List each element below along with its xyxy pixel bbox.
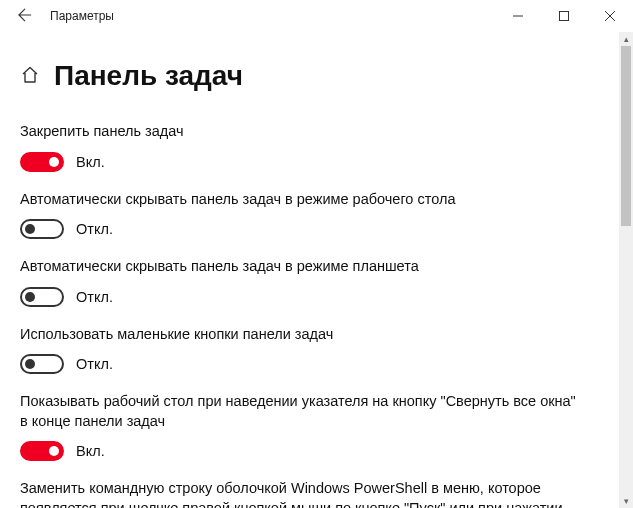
toggle-switch[interactable] — [20, 219, 64, 239]
toggle-state-label: Вкл. — [76, 443, 105, 459]
setting-label: Закрепить панель задач — [20, 122, 580, 142]
minimize-icon — [513, 11, 523, 21]
setting-item: Показывать рабочий стол при наведении ук… — [20, 392, 613, 461]
titlebar-left: Параметры — [10, 2, 114, 31]
maximize-icon — [559, 11, 569, 21]
toggle-row: Откл. — [20, 287, 613, 307]
setting-label: Автоматически скрывать панель задач в ре… — [20, 257, 580, 277]
setting-label: Использовать маленькие кнопки панели зад… — [20, 325, 580, 345]
page-header: Панель задач — [20, 60, 613, 92]
page-title: Панель задач — [54, 60, 243, 92]
window-title: Параметры — [50, 9, 114, 23]
toggle-row: Вкл. — [20, 152, 613, 172]
toggle-state-label: Откл. — [76, 221, 113, 237]
titlebar: Параметры — [0, 0, 633, 32]
toggle-row: Откл. — [20, 219, 613, 239]
toggle-row: Откл. — [20, 354, 613, 374]
close-icon — [605, 11, 615, 21]
close-button[interactable] — [587, 0, 633, 32]
content-area: Панель задач Закрепить панель задачВкл.А… — [0, 32, 633, 508]
home-icon[interactable] — [20, 65, 40, 88]
setting-item: Заменить командную строку оболочкой Wind… — [20, 479, 613, 508]
arrow-left-icon — [18, 8, 32, 22]
setting-label: Автоматически скрывать панель задач в ре… — [20, 190, 580, 210]
setting-item: Автоматически скрывать панель задач в ре… — [20, 190, 613, 240]
toggle-switch[interactable] — [20, 441, 64, 461]
scroll-down-arrow[interactable]: ▾ — [619, 494, 633, 508]
scroll-thumb[interactable] — [621, 46, 631, 226]
toggle-state-label: Откл. — [76, 356, 113, 372]
maximize-button[interactable] — [541, 0, 587, 32]
scroll-up-arrow[interactable]: ▴ — [619, 32, 633, 46]
setting-item: Закрепить панель задачВкл. — [20, 122, 613, 172]
window-controls — [495, 0, 633, 32]
back-button[interactable] — [10, 2, 40, 31]
toggle-switch[interactable] — [20, 287, 64, 307]
toggle-state-label: Откл. — [76, 289, 113, 305]
toggle-switch[interactable] — [20, 152, 64, 172]
settings-list: Закрепить панель задачВкл.Автоматически … — [20, 122, 613, 508]
toggle-state-label: Вкл. — [76, 154, 105, 170]
setting-label: Заменить командную строку оболочкой Wind… — [20, 479, 580, 508]
minimize-button[interactable] — [495, 0, 541, 32]
setting-item: Использовать маленькие кнопки панели зад… — [20, 325, 613, 375]
toggle-switch[interactable] — [20, 354, 64, 374]
vertical-scrollbar[interactable]: ▴ ▾ — [619, 32, 633, 508]
svg-rect-0 — [560, 12, 569, 21]
toggle-row: Вкл. — [20, 441, 613, 461]
setting-label: Показывать рабочий стол при наведении ук… — [20, 392, 580, 431]
setting-item: Автоматически скрывать панель задач в ре… — [20, 257, 613, 307]
